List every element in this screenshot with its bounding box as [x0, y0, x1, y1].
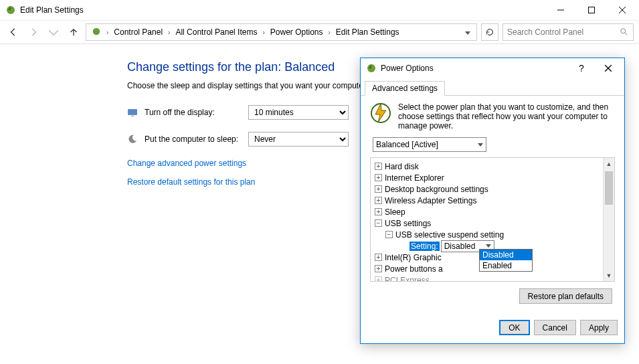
address-history-button[interactable]: [462, 27, 474, 37]
dialog-button-row: OK Cancel Apply: [361, 310, 624, 343]
tree-node-sleep[interactable]: +Sleep: [372, 206, 602, 217]
expand-icon[interactable]: +: [375, 197, 382, 204]
search-box[interactable]: Search Control Panel: [503, 23, 634, 41]
close-button[interactable]: [607, 0, 638, 20]
navigation-bar: › Control Panel › All Control Panel Item…: [0, 20, 639, 44]
dialog-intro-text: Select the power plan that you want to c…: [398, 102, 615, 130]
sleep-timeout-select[interactable]: Never: [248, 132, 349, 147]
scroll-up-button[interactable]: ▲: [604, 158, 614, 169]
tree-scrollbar[interactable]: ▲ ▼: [603, 158, 614, 281]
dialog-titlebar[interactable]: Power Options ?: [361, 58, 624, 78]
settings-tree[interactable]: +Hard disk +Internet Explorer +Desktop b…: [371, 158, 603, 281]
collapse-icon[interactable]: −: [375, 219, 382, 227]
dialog-title: Power Options: [381, 64, 568, 73]
display-label: Turn off the display:: [145, 108, 248, 117]
display-icon: [127, 107, 138, 118]
window-titlebar: Edit Plan Settings: [0, 0, 639, 20]
breadcrumb-control-panel[interactable]: Control Panel: [111, 26, 165, 38]
dropdown-option-enabled[interactable]: Enabled: [480, 260, 532, 271]
breadcrumb-edit-plan[interactable]: Edit Plan Settings: [333, 26, 402, 38]
tab-advanced-settings[interactable]: Advanced settings: [365, 81, 445, 96]
svg-line-7: [625, 33, 628, 35]
moon-icon: [127, 134, 138, 145]
restore-defaults-row: Restore plan defaults: [370, 282, 615, 304]
breadcrumb-power-options[interactable]: Power Options: [268, 26, 326, 38]
tree-node-usb[interactable]: −USB settings: [372, 217, 602, 229]
svg-point-6: [621, 29, 626, 33]
tree-node-usb-selective-suspend[interactable]: −USB selective suspend setting: [372, 229, 602, 240]
svg-point-5: [93, 27, 100, 35]
minimize-button[interactable]: [545, 0, 576, 20]
tree-node-desktop-bg[interactable]: +Desktop background settings: [372, 183, 602, 195]
ok-button[interactable]: OK: [499, 320, 529, 335]
expand-icon[interactable]: +: [375, 265, 382, 272]
chevron-down-icon: [478, 143, 483, 147]
chevron-right-icon: ›: [165, 29, 173, 36]
chevron-down-icon: [486, 244, 491, 248]
dialog-intro: Select the power plan that you want to c…: [370, 102, 615, 130]
dialog-tabs: Advanced settings: [361, 78, 624, 96]
search-placeholder: Search Control Panel: [507, 27, 620, 37]
dialog-icon: [366, 63, 377, 74]
restore-plan-defaults-button[interactable]: Restore plan defaults: [519, 288, 612, 304]
chevron-right-icon: ›: [326, 29, 333, 36]
power-plan-icon: [370, 102, 391, 124]
breadcrumb-icon: [89, 25, 104, 39]
maximize-button[interactable]: [576, 0, 607, 20]
chevron-right-icon: ›: [104, 29, 111, 36]
back-button[interactable]: [5, 24, 21, 40]
svg-rect-2: [589, 7, 595, 13]
collapse-icon[interactable]: −: [385, 231, 393, 238]
dropdown-option-disabled[interactable]: Disabled: [480, 250, 532, 260]
breadcrumb-all-items[interactable]: All Control Panel Items: [173, 26, 260, 38]
settings-tree-container: +Hard disk +Internet Explorer +Desktop b…: [370, 157, 615, 282]
expand-icon[interactable]: +: [375, 185, 382, 193]
tree-node-pci[interactable]: +PCI Express: [372, 274, 602, 281]
cancel-button[interactable]: Cancel: [534, 320, 576, 335]
display-timeout-select[interactable]: 10 minutes: [248, 105, 349, 120]
expand-icon[interactable]: +: [375, 163, 382, 170]
search-icon: [620, 27, 629, 37]
expand-icon[interactable]: +: [375, 208, 382, 215]
tree-node-hard-disk[interactable]: +Hard disk: [372, 161, 602, 172]
power-options-dialog: Power Options ? Advanced settings Select…: [360, 58, 625, 344]
svg-rect-8: [128, 109, 137, 115]
setting-label: Setting:: [409, 242, 440, 251]
power-plan-select[interactable]: Balanced [Active]: [373, 137, 486, 152]
power-plan-value: Balanced [Active]: [376, 140, 438, 149]
address-bar[interactable]: › Control Panel › All Control Panel Item…: [86, 23, 477, 41]
scroll-down-button[interactable]: ▼: [604, 270, 614, 281]
tree-node-wireless[interactable]: +Wireless Adapter Settings: [372, 195, 602, 206]
setting-dropdown[interactable]: Disabled Enabled: [479, 249, 533, 272]
dialog-help-button[interactable]: ?: [568, 59, 595, 78]
sleep-label: Put the computer to sleep:: [145, 134, 248, 144]
expand-icon[interactable]: +: [375, 254, 382, 261]
up-button[interactable]: [66, 24, 82, 40]
dialog-body: Select the power plan that you want to c…: [361, 96, 624, 310]
svg-rect-9: [131, 116, 134, 116]
refresh-button[interactable]: [481, 23, 498, 41]
expand-icon[interactable]: +: [375, 276, 382, 281]
dialog-close-button[interactable]: [595, 59, 622, 78]
expand-icon[interactable]: +: [375, 174, 382, 181]
forward-button[interactable]: [25, 24, 41, 40]
scroll-thumb[interactable]: [605, 171, 613, 205]
chevron-right-icon: ›: [260, 29, 267, 36]
tree-node-ie[interactable]: +Internet Explorer: [372, 172, 602, 183]
app-icon: [5, 5, 16, 15]
window-title: Edit Plan Settings: [20, 5, 84, 15]
apply-button[interactable]: Apply: [580, 320, 618, 335]
recent-locations-button[interactable]: [45, 24, 62, 40]
